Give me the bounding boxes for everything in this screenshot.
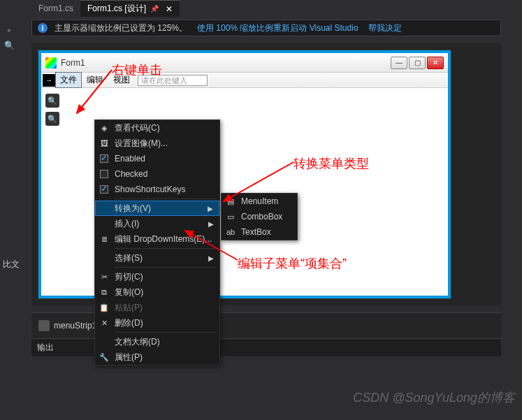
copy-icon: ⧉ — [98, 286, 110, 298]
tab-form1-cs[interactable]: Form1.cs — [31, 0, 80, 17]
menu-label: ShowShortcutKeys — [115, 184, 185, 194]
left-gutter: ▫ 🔍 — [0, 21, 17, 55]
menu-label: ComboBox — [241, 212, 282, 222]
search-icon[interactable]: 🔍 — [3, 39, 15, 52]
paste-icon: 📋 — [98, 301, 110, 314]
file-tabs: Form1.cs Form1.cs [设计]📌✕ — [0, 0, 522, 17]
menu-convert-to[interactable]: 转换为(V)▶ — [95, 201, 219, 216]
delete-icon: ✕ — [98, 317, 110, 329]
separator — [115, 198, 217, 199]
tool-icon[interactable]: ▫ — [3, 24, 15, 36]
output-label: 输出 — [37, 342, 54, 352]
code-icon: ◈ — [98, 122, 110, 134]
menu-properties[interactable]: 🔧属性(P) — [95, 349, 219, 365]
menu-label: Enabled — [115, 154, 145, 164]
list-icon: ≣ — [98, 233, 110, 245]
menu-label: 复制(O) — [115, 287, 143, 298]
tab-label: Form1.cs [设计] — [87, 3, 146, 15]
tray-item-label[interactable]: menuStrip1 — [54, 321, 96, 331]
submenu-textbox[interactable]: abTextBox — [222, 224, 297, 240]
wrench-icon: 🔧 — [98, 351, 110, 363]
menu-cut[interactable]: ✂剪切(C) — [95, 269, 219, 284]
menu-enabled[interactable]: Enabled — [95, 151, 219, 166]
menuitem-icon: ▤ — [224, 195, 237, 208]
pin-icon[interactable]: 📌 — [150, 5, 159, 13]
watermark: CSDN @SongYuLong的博客 — [353, 389, 515, 406]
titlebar: Form1 — ▢ ✕ — [41, 53, 448, 73]
menu-label: TextBox — [241, 227, 271, 237]
chevron-right-icon: ▶ — [208, 205, 213, 212]
textbox-icon: ab — [224, 226, 237, 238]
zoom-out-icon[interactable]: 🔍 — [45, 112, 59, 126]
menu-insert[interactable]: 插入(I)▶ — [95, 216, 219, 231]
menu-label: 插入(I) — [115, 218, 139, 230]
type-here-placeholder[interactable]: 请在此处键入 — [138, 75, 208, 86]
menu-label: 查看代码(C) — [115, 122, 160, 134]
help-link[interactable]: 帮我决定 — [368, 22, 402, 34]
menu-label: Checked — [115, 169, 147, 179]
separator — [115, 332, 217, 333]
form-icon — [45, 57, 57, 68]
dpi-notification: i 主显示器缩放比例已设置为 125%。 使用 100% 缩放比例重新启动 Vi… — [31, 20, 501, 36]
checkbox-icon — [98, 168, 110, 180]
tab-label: Form1.cs — [38, 3, 73, 13]
info-icon: i — [38, 23, 48, 33]
image-icon: 🖼 — [98, 137, 110, 150]
menu-view-code[interactable]: ◈查看代码(C) — [95, 120, 219, 136]
close-button[interactable]: ✕ — [427, 57, 444, 69]
menu-label: 剪切(C) — [115, 271, 143, 283]
menu-checked[interactable]: Checked — [95, 166, 219, 182]
menu-delete[interactable]: ✕删除(D) — [95, 315, 219, 331]
form-title: Form1 — [61, 58, 389, 68]
combobox-icon: ▭ — [224, 210, 237, 223]
cut-icon: ✂ — [98, 270, 110, 283]
convert-submenu: ▤MenuItem ▭ComboBox abTextBox — [221, 193, 298, 240]
tab-form1-design[interactable]: Form1.cs [设计]📌✕ — [80, 0, 180, 17]
menu-label: 转换为(V) — [115, 203, 151, 215]
menu-label: MenuItem — [241, 196, 278, 206]
menu-label: 编辑 DropDownItems(E)... — [115, 233, 212, 245]
zoom-in-icon[interactable]: 🔍 — [45, 94, 59, 108]
menu-label: 属性(P) — [115, 352, 143, 363]
close-icon[interactable]: ✕ — [166, 4, 173, 14]
checkbox-icon — [98, 183, 110, 196]
submenu-combobox[interactable]: ▭ComboBox — [222, 209, 297, 224]
notification-message: 主显示器缩放比例已设置为 125%。 — [55, 22, 187, 34]
separator — [115, 248, 217, 249]
menu-label: 选择(S) — [115, 252, 143, 264]
menustrip-icon — [38, 320, 50, 331]
chevron-right-icon: ▶ — [208, 254, 214, 262]
menu-label: 设置图像(M)... — [115, 138, 168, 150]
sidebar-text: 比文 — [3, 259, 20, 270]
menu-edit-dropdown[interactable]: ≣编辑 DropDownItems(E)... — [95, 231, 219, 247]
minimize-button[interactable]: — — [391, 57, 407, 69]
move-left-icon[interactable]: → — [43, 74, 55, 87]
menu-label: 删除(D) — [115, 317, 143, 329]
menu-doc-outline[interactable]: 文档大纲(D) — [95, 334, 219, 349]
menu-view[interactable]: 视图 — [108, 72, 135, 88]
menu-select[interactable]: 选择(S)▶ — [95, 250, 219, 266]
maximize-button[interactable]: ▢ — [409, 57, 426, 69]
menu-label: 粘贴(P) — [115, 302, 143, 314]
checkbox-icon — [98, 152, 110, 165]
restart-link[interactable]: 使用 100% 缩放比例重新启动 Visual Studio — [197, 22, 358, 34]
menu-file[interactable]: 文件 — [55, 72, 82, 88]
menu-edit[interactable]: 编辑 — [82, 72, 108, 88]
menu-show-shortcut[interactable]: ShowShortcutKeys — [95, 182, 219, 197]
menu-label: 文档大纲(D) — [115, 336, 160, 348]
menu-set-image[interactable]: 🖼设置图像(M)... — [95, 136, 219, 151]
menu-paste: 📋粘贴(P) — [95, 300, 219, 315]
zoom-tools: 🔍 🔍 — [45, 94, 59, 126]
submenu-menuitem[interactable]: ▤MenuItem — [222, 194, 297, 209]
separator — [115, 267, 217, 268]
context-menu: ◈查看代码(C) 🖼设置图像(M)... Enabled Checked Sho… — [94, 120, 220, 365]
menu-copy[interactable]: ⧉复制(O) — [95, 284, 219, 300]
chevron-right-icon: ▶ — [208, 220, 214, 228]
menu-strip[interactable]: → 文件 编辑 视图 请在此处键入 — [41, 73, 448, 88]
